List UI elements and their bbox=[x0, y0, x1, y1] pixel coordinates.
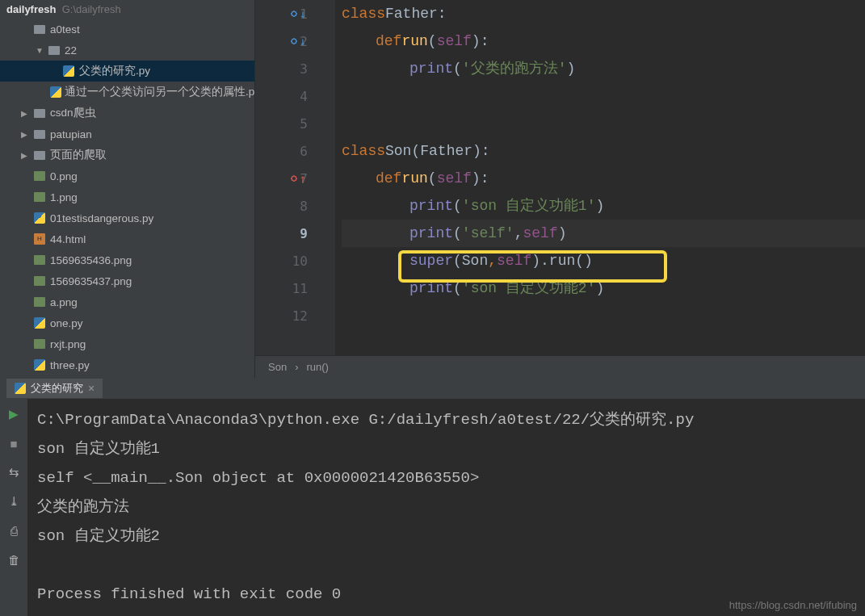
clear-button[interactable]: 🗑 bbox=[5, 551, 23, 568]
folder-icon bbox=[32, 23, 47, 36]
tree-item[interactable]: 通过一个父类访问另一个父类的属性.p bbox=[0, 82, 254, 103]
tree-item[interactable]: ▶csdn爬虫 bbox=[0, 103, 254, 124]
tree-item-label: csdn爬虫 bbox=[50, 106, 96, 120]
tree-item-label: 1569635436.png bbox=[50, 254, 132, 266]
image-file-icon bbox=[32, 191, 47, 203]
watermark-text: https://blog.csdn.net/ifubing bbox=[729, 599, 857, 611]
folder-icon bbox=[32, 107, 47, 119]
expand-arrow-icon[interactable]: ▼ bbox=[36, 46, 47, 55]
python-file-icon bbox=[61, 65, 76, 78]
line-number[interactable]: 5 bbox=[255, 110, 308, 137]
line-number[interactable]: 3 bbox=[255, 55, 308, 82]
breadcrumb-method[interactable]: run() bbox=[306, 361, 328, 373]
breadcrumb-class[interactable]: Son bbox=[268, 361, 287, 373]
console-output[interactable]: C:\ProgramData\Anaconda3\python.exe G:/d… bbox=[27, 399, 865, 616]
tree-item-label: 1.png bbox=[50, 191, 78, 203]
gutter: 1⭘↓2⭘↓34567⭘↑89101112 bbox=[255, 0, 324, 355]
rerun-button[interactable]: ▶ bbox=[5, 405, 23, 423]
run-tool-window: 父类的研究 × ▶ ■ ⇆ ⤓ ⎙ 🗑 C:\ProgramData\Anaco… bbox=[0, 378, 865, 616]
line-number[interactable]: 10 bbox=[255, 247, 308, 274]
line-number[interactable]: 1⭘↓ bbox=[255, 0, 308, 27]
tree-item[interactable]: a.png bbox=[0, 291, 254, 312]
tree-item-label: a.png bbox=[50, 296, 78, 308]
line-number[interactable]: 12 bbox=[255, 302, 308, 329]
tree-item-label: one.py bbox=[50, 317, 83, 329]
tree-item-label: 通过一个父类访问另一个父类的属性.p bbox=[65, 85, 254, 99]
image-file-icon bbox=[32, 337, 47, 350]
override-down-icon[interactable]: ⭘↓ bbox=[288, 35, 306, 48]
tree-item[interactable]: one.py bbox=[0, 312, 254, 333]
toggle-soft-wrap-button[interactable]: ⇆ bbox=[5, 463, 23, 481]
tree-item-label: 父类的研究.py bbox=[79, 64, 150, 78]
image-file-icon bbox=[32, 170, 47, 182]
override-up-icon[interactable]: ⭘↑ bbox=[288, 172, 306, 185]
code-editor: 1⭘↓2⭘↓34567⭘↑89101112 class Father: def … bbox=[255, 0, 865, 378]
scroll-to-end-button[interactable]: ⤓ bbox=[5, 492, 23, 510]
tree-item[interactable]: ▶页面的爬取 bbox=[0, 145, 254, 166]
tree-item-label: patupian bbox=[50, 128, 92, 140]
tree-item-label: rxjt.png bbox=[50, 338, 86, 350]
python-file-icon bbox=[32, 316, 47, 329]
tree-item[interactable]: 01testisdangerous.py bbox=[0, 207, 254, 228]
python-icon bbox=[15, 383, 26, 394]
tree-item[interactable]: ▼22 bbox=[0, 40, 254, 61]
line-number[interactable]: 6 bbox=[255, 137, 308, 165]
tree-item-label: 44.html bbox=[50, 233, 86, 245]
expand-arrow-icon[interactable]: ▶ bbox=[21, 130, 32, 139]
tree-item[interactable]: 1569635436.png bbox=[0, 249, 254, 270]
code-area[interactable]: class Father: def run(self): print('父类的跑… bbox=[335, 0, 865, 355]
tree-item-label: 1569635437.png bbox=[50, 275, 132, 287]
line-number[interactable]: 2⭘↓ bbox=[255, 27, 308, 55]
image-file-icon bbox=[32, 274, 47, 287]
line-number[interactable]: 7⭘↑ bbox=[255, 165, 308, 192]
tree-item[interactable]: ▶patupian bbox=[0, 124, 254, 145]
fold-strip bbox=[324, 0, 335, 355]
tree-item[interactable]: three.py bbox=[0, 354, 254, 375]
breadcrumb[interactable]: Son › run() bbox=[255, 355, 865, 378]
override-down-icon[interactable]: ⭘↓ bbox=[288, 7, 306, 20]
tree-item[interactable]: a0test bbox=[0, 19, 254, 40]
tree-item[interactable]: 父类的研究.py bbox=[0, 61, 254, 82]
folder-icon bbox=[32, 128, 47, 140]
tree-item-label: 22 bbox=[65, 44, 77, 57]
python-file-icon bbox=[32, 212, 47, 224]
project-sidebar: dailyfresh G:\dailyfresh a0test▼22父类的研究.… bbox=[0, 0, 255, 378]
line-number[interactable]: 9 bbox=[255, 220, 308, 247]
tree-item[interactable]: rxjt.png bbox=[0, 333, 254, 354]
console-tab-active[interactable]: 父类的研究 × bbox=[6, 379, 103, 398]
folder-icon bbox=[32, 149, 47, 161]
tree-item[interactable]: H44.html bbox=[0, 228, 254, 249]
folder-icon bbox=[47, 44, 61, 57]
console-tabs: 父类的研究 × bbox=[0, 378, 865, 399]
html-file-icon: H bbox=[32, 233, 47, 245]
expand-arrow-icon[interactable]: ▶ bbox=[21, 109, 32, 118]
tree-item-label: 页面的爬取 bbox=[50, 148, 107, 162]
python-file-icon bbox=[50, 86, 61, 98]
tree-item-label: a0test bbox=[50, 23, 80, 36]
tree-item-label: three.py bbox=[50, 359, 90, 371]
line-number[interactable]: 11 bbox=[255, 274, 308, 302]
python-file-icon bbox=[32, 358, 47, 371]
image-file-icon bbox=[32, 295, 47, 308]
close-icon[interactable]: × bbox=[88, 382, 94, 395]
breadcrumb-separator: › bbox=[295, 361, 298, 373]
tree-item[interactable]: 1.png bbox=[0, 186, 254, 207]
console-toolbar: ▶ ■ ⇆ ⤓ ⎙ 🗑 bbox=[0, 399, 27, 616]
line-number[interactable]: 4 bbox=[255, 82, 308, 110]
tree-item[interactable]: 1569635437.png bbox=[0, 270, 254, 291]
tree-item[interactable]: 0.png bbox=[0, 166, 254, 186]
project-root[interactable]: dailyfresh G:\dailyfresh bbox=[0, 0, 254, 19]
expand-arrow-icon[interactable]: ▶ bbox=[21, 151, 32, 160]
print-button[interactable]: ⎙ bbox=[5, 522, 23, 539]
tree-item-label: 0.png bbox=[50, 170, 78, 182]
image-file-icon bbox=[32, 254, 47, 266]
stop-button[interactable]: ■ bbox=[5, 434, 23, 452]
tree-item-label: 01testisdangerous.py bbox=[50, 212, 153, 224]
line-number[interactable]: 8 bbox=[255, 192, 308, 220]
